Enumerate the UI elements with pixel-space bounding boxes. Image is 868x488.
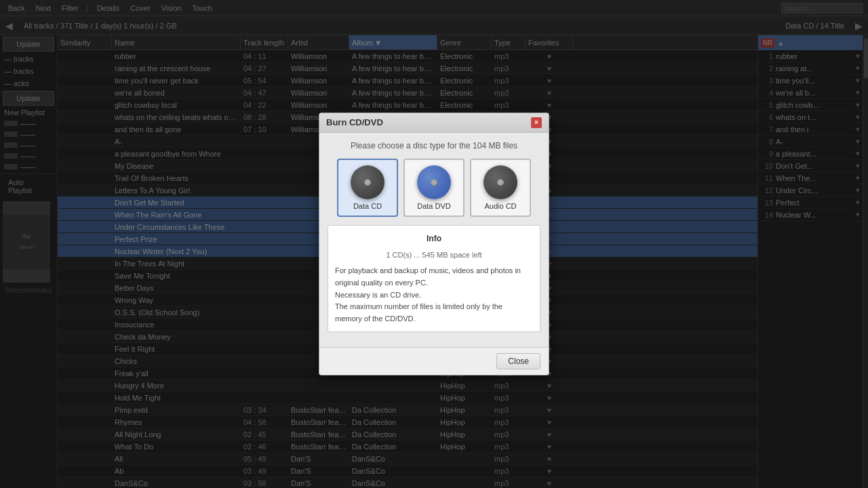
modal-title: Burn CD/DVD — [326, 117, 383, 127]
info-box: Info 1 CD(s) ... 545 MB space left For p… — [328, 225, 540, 333]
disc-option-audio-cd[interactable]: Audio CD — [470, 159, 531, 217]
disc-option-data-cd[interactable]: Data CD — [337, 159, 398, 217]
modal-overlay: Burn CD/DVD × Please choose a disc type … — [0, 0, 868, 488]
info-text-5: memory of the CD/DVD. — [335, 313, 533, 325]
modal-body: Please choose a disc type for the 104 MB… — [319, 133, 549, 348]
info-text-2: original quality on every PC. — [335, 277, 533, 289]
modal-title-bar: Burn CD/DVD × — [319, 113, 549, 133]
info-text-4: The maximum number of files is limited o… — [335, 301, 533, 313]
info-text-3: Necessary is an CD drive. — [335, 289, 533, 302]
burn-modal: Burn CD/DVD × Please choose a disc type … — [319, 113, 549, 376]
info-title: Info — [335, 232, 533, 245]
audio-cd-icon — [484, 165, 517, 199]
modal-subtitle: Please choose a disc type for the 104 MB… — [328, 141, 540, 150]
modal-footer: Close — [319, 347, 549, 375]
close-button[interactable]: Close — [496, 353, 540, 369]
data-dvd-icon — [417, 165, 451, 199]
data-dvd-label: Data DVD — [417, 202, 451, 210]
disc-option-data-dvd[interactable]: Data DVD — [403, 159, 465, 217]
data-cd-label: Data CD — [353, 202, 382, 210]
modal-close-button[interactable]: × — [531, 117, 542, 128]
audio-cd-label: Audio CD — [484, 202, 516, 210]
info-text-1: For playback and backup of music, videos… — [335, 265, 533, 277]
disc-options: Data CD Data DVD Audio CD — [328, 159, 540, 217]
info-cd-count: 1 CD(s) ... 545 MB space left — [335, 249, 533, 262]
data-cd-icon — [351, 165, 384, 199]
